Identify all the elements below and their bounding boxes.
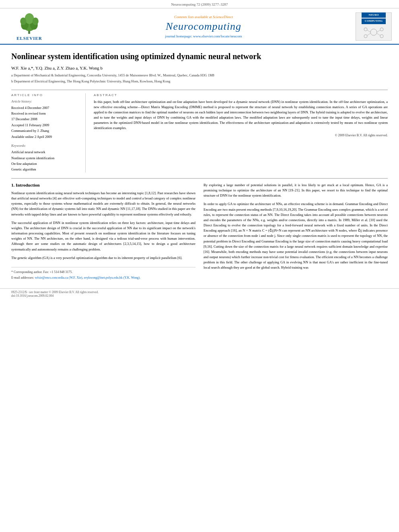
journal-title: Neurocomputing [51, 21, 356, 33]
abstract-column: ABSTRACT In this paper, both off-line ar… [94, 93, 388, 173]
journal-header: ELSEVIER Contents lists available at Sci… [0, 8, 399, 45]
homepage-label: journal homepage: [165, 34, 192, 38]
keyword-3: On-line adaptation [11, 161, 80, 166]
keyword-2: Nonlinear system identification [11, 155, 80, 161]
article-title: Nonlinear system identification using op… [11, 51, 388, 62]
email1: wfxie@encs.concordia.ca (W.F. Xie), [35, 276, 83, 279]
right-para1: By exploring a large number of potential… [204, 183, 388, 199]
keyword-4: Genetic algorithm [11, 166, 80, 172]
svg-point-11 [380, 35, 383, 38]
footnote-email: E-mail addresses: wfxie@encs.concordia.c… [11, 275, 195, 280]
journal-center: Contents lists available at ScienceDirec… [51, 15, 356, 38]
page-wrapper: Neurocomputing 72 (2009) 3277–3287 ELSEV… [0, 0, 399, 532]
keyword-1: Artificial neural network [11, 149, 80, 155]
affiliation-a: a Department of Mechanical & Industrial … [11, 73, 388, 78]
article-info-heading: ARTICLE INFO [11, 93, 80, 97]
communicated-by: Communicated by J. Zhang [11, 128, 80, 134]
svg-point-5 [20, 17, 26, 25]
abstract-text: In this paper, both off-line architectur… [94, 99, 388, 131]
contents-text: Contents lists available at [174, 15, 212, 19]
article-dates: Received 4 December 2007 Received in rev… [11, 105, 80, 140]
article-history-label: Article history: [11, 99, 80, 103]
email2: eeykwong@inet.polyu.edu.hk (Y.K. Wong). [84, 276, 141, 279]
body-right-column: By exploring a large number of potential… [204, 183, 388, 281]
elsevier-wordmark: ELSEVIER [16, 36, 42, 41]
doi-line: doi:10.1016/j.neucom.2009.02.004 [11, 294, 53, 298]
revised-date: 17 December 2008 [11, 116, 80, 122]
svg-point-7 [370, 29, 377, 35]
intro-para3: The genetic algorithm (GA) is a very pow… [11, 255, 195, 261]
article-info-abstract-row: ARTICLE INFO Article history: Received 4… [11, 90, 388, 173]
available-online: Available online 2 April 2009 [11, 134, 80, 140]
homepage-url[interactable]: www.elsevier.com/locate/neucom [193, 34, 242, 38]
bottom-bar: 0925-2312/$ - see front matter © 2009 El… [0, 288, 399, 301]
main-content: Nonlinear system identification using op… [0, 45, 399, 285]
right-para2: In order to apply GA to optimize the arc… [204, 201, 388, 270]
intro-para1: Nonlinear system identification using ne… [11, 191, 195, 217]
issn-line: 0925-2312/$ - see front matter © 2009 El… [11, 290, 99, 294]
elsevier-logo: ELSEVIER [7, 13, 51, 41]
body-columns: 1. Introduction Nonlinear system identif… [11, 178, 388, 281]
keywords-section: Keywords: Artificial neural network Nonl… [11, 144, 80, 173]
affiliations: a Department of Mechanical & Industrial … [11, 73, 388, 84]
email-label: E-mail addresses: [11, 276, 34, 279]
received-date: Received 4 December 2007 [11, 105, 80, 111]
copyright-line: © 2009 Elsevier B.V. All rights reserved… [94, 134, 388, 137]
svg-point-8 [364, 28, 367, 31]
svg-point-6 [33, 17, 39, 25]
revised-label: Received in revised form [11, 111, 80, 116]
journal-reference: Neurocomputing 72 (2009) 3277–3287 [0, 0, 399, 8]
svg-line-13 [377, 30, 380, 32]
authors: W.F. Xie a,*, Y.Q. Zhu a, Z.Y. Zhao a, Y… [11, 66, 388, 70]
footnote-star: * Corresponding author. Fax: +1 514 848 … [11, 270, 195, 275]
neurocomputing-logo: NEURO COMPUTING [356, 12, 392, 41]
affiliation-b: b Department of Electrical Engineering, … [11, 79, 388, 84]
journal-homepage: journal homepage: www.elsevier.com/locat… [51, 34, 356, 38]
svg-line-15 [377, 33, 380, 35]
sciencedirect-name: ScienceDirect [213, 15, 233, 19]
svg-line-14 [367, 33, 370, 35]
intro-para2: The successful application of DNN in non… [11, 220, 195, 252]
svg-point-9 [380, 28, 383, 31]
article-info-column: ARTICLE INFO Article history: Received 4… [11, 93, 86, 173]
abstract-heading: ABSTRACT [94, 93, 388, 97]
keywords-label: Keywords: [11, 144, 80, 148]
section1-title: 1. Introduction [11, 183, 195, 187]
footnote-area: * Corresponding author. Fax: +1 514 848 … [11, 267, 195, 280]
accepted-date: Accepted 11 February 2009 [11, 122, 80, 128]
journal-ref-text: Neurocomputing 72 (2009) 3277–3287 [171, 2, 228, 6]
body-left-column: 1. Introduction Nonlinear system identif… [11, 183, 195, 281]
sciencedirect-line: Contents lists available at ScienceDirec… [51, 15, 356, 19]
keywords-list: Artificial neural network Nonlinear syst… [11, 149, 80, 173]
svg-point-10 [364, 35, 367, 38]
elsevier-tree-icon [17, 13, 41, 35]
svg-line-12 [367, 30, 370, 32]
